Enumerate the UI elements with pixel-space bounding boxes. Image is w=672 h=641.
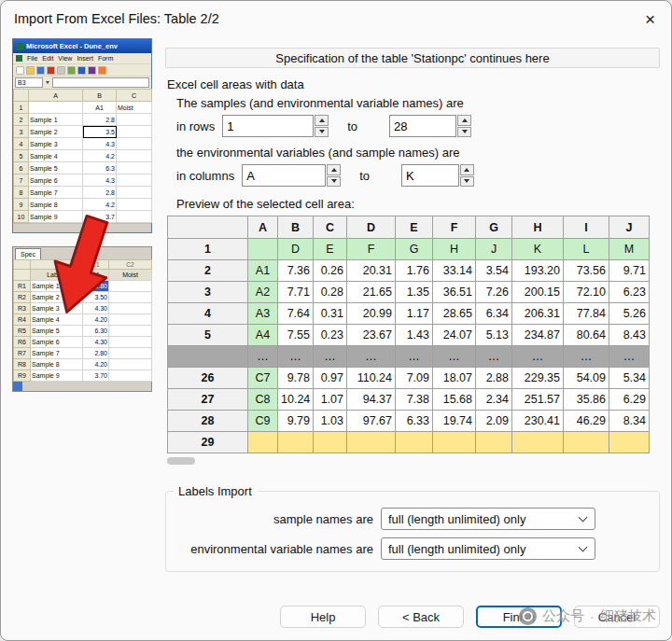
preview-cell: 230.41 (512, 411, 564, 432)
preview-cell: F (347, 239, 396, 260)
excel-cell: Sample 5 (29, 162, 83, 174)
preview-row-label (168, 346, 248, 368)
preview-cell: 7.26 (476, 282, 512, 303)
rows-to-label: to (347, 119, 357, 133)
preview-cell: 15.68 (433, 389, 476, 411)
preview-hscrollbar[interactable] (167, 457, 649, 466)
sample-names-dropdown[interactable]: full (length unlimited) only (381, 508, 595, 530)
excel-screenshot-thumbnail: Microsoft Excel - Dune_env FileEditViewI… (12, 38, 152, 400)
spec-cell: Sample 6 (31, 337, 83, 348)
preview-cell: 0.26 (314, 260, 347, 282)
preview-row: 1DEFGHJKLM (168, 239, 650, 260)
preview-cell: 6.23 (609, 282, 650, 303)
preview-row: 27C810.241.0794.377.3815.682.34251.5735.… (168, 389, 650, 411)
excel-cell: Sample 4 (29, 150, 83, 162)
spec-cell (109, 370, 152, 382)
dialog-footer: Help < Back Finish Cancel (280, 606, 660, 628)
excel-cell: 4.3 (83, 138, 117, 150)
rows-from-spinner[interactable] (315, 115, 329, 137)
preview-cell: 7.64 (278, 303, 314, 325)
preview-cell: 33.14 (433, 260, 476, 282)
excel-cell: 3.5 (83, 126, 117, 138)
preview-cell: 9.79 (278, 411, 314, 432)
preview-col-header: C (314, 216, 347, 239)
cols-to-field (401, 164, 474, 187)
preview-cell: … (396, 346, 433, 368)
preview-cell: 8.34 (609, 411, 650, 432)
cell-areas-group-title: Excel cell areas with data (167, 77, 660, 91)
cancel-button[interactable]: Cancel (574, 606, 660, 628)
spec-row-header: R7 (14, 348, 31, 359)
excel-row-header: 1 (14, 102, 29, 114)
columns-label: in columns (176, 169, 234, 183)
preview-cell: 21.65 (347, 282, 396, 303)
excel-row-header: 9 (14, 199, 29, 211)
spin-up-icon (464, 168, 469, 172)
excel-cell: 6.3 (83, 162, 117, 174)
spin-down-icon (331, 179, 337, 183)
excel-toolbar-icon (88, 66, 96, 75)
preview-cell: 20.31 (347, 260, 396, 282)
rows-from-input[interactable] (222, 115, 314, 137)
sample-names-row: sample names are full (length unlimited)… (175, 508, 650, 530)
preview-table: ABCDEFGHIJ1DEFGHJKLM2A17.360.2620.311.76… (167, 216, 650, 453)
preview-cell: 46.29 (564, 411, 609, 432)
cols-to-spinner[interactable] (460, 164, 474, 187)
spec-row-header: R8 (14, 359, 31, 370)
cols-to-input[interactable] (401, 164, 459, 187)
spec-row-header: R9 (14, 370, 31, 382)
rows-to-spinner[interactable] (457, 115, 471, 137)
excel-cell (117, 150, 152, 162)
cols-from-spinner[interactable] (327, 164, 341, 187)
excel-cell: Sample 3 (29, 138, 83, 150)
preview-col-header: D (347, 216, 396, 239)
excel-cell (117, 138, 152, 150)
preview-cell: 5.34 (609, 368, 650, 389)
excel-row-header: 4 (14, 138, 29, 150)
env-names-label: environmental variable names are (175, 542, 373, 556)
preview-cell: C7 (248, 368, 278, 389)
excel-toolbar-icon (47, 66, 55, 75)
excel-cell (29, 102, 83, 114)
close-icon[interactable]: × (645, 10, 655, 28)
excel-row: 3Sample 23.5 (14, 126, 152, 138)
preview-cell (314, 432, 347, 453)
excel-name-box: B3 (15, 77, 43, 88)
preview-cell (278, 432, 314, 453)
preview-cell: 2.88 (476, 368, 512, 389)
preview-cell: D (278, 239, 314, 260)
help-button[interactable]: Help (280, 606, 366, 628)
preview-cell: J (476, 239, 512, 260)
preview-cell: 10.24 (278, 389, 314, 411)
excel-cell (117, 174, 152, 187)
spec-scroll-button (13, 382, 22, 391)
preview-row-label: 4 (168, 303, 248, 325)
excel-toolbar-icon (77, 66, 86, 75)
preview-cell: H (433, 239, 476, 260)
preview-hscrollbar-thumb[interactable] (167, 457, 195, 465)
excel-mini-title: Microsoft Excel - Dune_env (26, 42, 118, 50)
back-button[interactable]: < Back (378, 606, 464, 628)
excel-cell (117, 114, 152, 126)
preview-col-header: G (476, 216, 512, 239)
preview-cell: 5.13 (476, 325, 512, 346)
spec-row-header: R6 (14, 337, 31, 348)
env-names-dropdown[interactable]: full (length unlimited) only (381, 537, 595, 560)
spec-row-header: R2 (14, 292, 31, 303)
preview-cell: 6.29 (609, 389, 650, 411)
preview-cell: 97.67 (347, 411, 396, 432)
finish-button[interactable]: Finish (476, 606, 562, 628)
preview-cell: G (396, 239, 433, 260)
preview-cell: 23.67 (347, 325, 396, 346)
spin-down-icon (462, 130, 468, 133)
rows-to-input[interactable] (389, 115, 456, 137)
preview-row-label: 27 (168, 389, 248, 411)
cols-from-input[interactable] (242, 164, 326, 187)
preview-cell: 1.17 (396, 303, 433, 325)
excel-row-header: 5 (14, 150, 29, 162)
preview-cell (248, 432, 278, 453)
preview-cell (396, 432, 433, 453)
red-arrow-annotation (36, 214, 126, 322)
preview-col-header: H (512, 216, 564, 239)
spec-continues-banner: Specification of the table 'Stationpc' c… (165, 48, 660, 68)
